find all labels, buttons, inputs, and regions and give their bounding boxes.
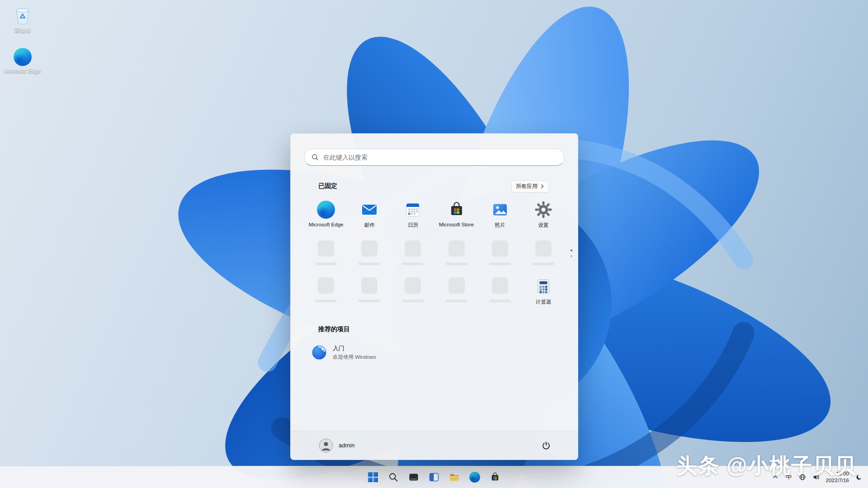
placeholder-label-bar [359, 263, 380, 265]
chevron-right-icon [540, 184, 544, 189]
placeholder-label-bar [446, 263, 467, 265]
edge-icon [14, 48, 32, 66]
power-icon [542, 441, 551, 450]
calculator-icon [534, 277, 552, 296]
toutiao-watermark: 头条 @小桃子贝贝 [676, 452, 856, 480]
pinned-header-label: 已固定 [318, 182, 337, 190]
placeholder-label-bar [359, 300, 380, 302]
placeholder-label-bar [315, 300, 337, 302]
file-explorer-button[interactable] [445, 468, 463, 486]
pinned-app-calendar[interactable]: 日历 [392, 199, 434, 230]
pinned-app-store[interactable]: Microsoft Store [435, 199, 478, 230]
pinned-row-1: Microsoft Edge 邮件 日历 [304, 199, 565, 230]
task-view-icon [408, 472, 419, 483]
pinned-app-placeholder[interactable] [348, 239, 391, 267]
pinned-app-placeholder[interactable] [522, 239, 565, 267]
pinned-app-placeholder[interactable] [348, 276, 391, 307]
recommended-item-getting-started[interactable]: 入门 欢迎使用 Windows [304, 341, 444, 364]
pinned-app-placeholder[interactable] [435, 239, 478, 267]
search-box[interactable] [304, 149, 564, 166]
pinned-app-placeholder[interactable] [305, 239, 347, 267]
widgets-button[interactable] [425, 468, 443, 486]
pinned-app-placeholder[interactable] [435, 276, 478, 307]
recycle-bin-shortcut[interactable]: 回收站 [3, 5, 42, 34]
calendar-icon [404, 201, 422, 219]
moon-icon [855, 474, 863, 481]
search-button[interactable] [384, 468, 402, 486]
pinned-app-edge[interactable]: Microsoft Edge [305, 199, 347, 230]
photos-icon [491, 201, 509, 219]
pinned-row-3: 计算器 [304, 276, 565, 307]
pinned-app-placeholder[interactable] [479, 276, 521, 307]
windows-logo-icon [368, 472, 378, 482]
edge-icon [317, 201, 335, 219]
placeholder-tile [318, 277, 334, 294]
app-label: 设置 [538, 222, 548, 229]
pinned-app-calculator[interactable]: 计算器 [522, 276, 565, 307]
pinned-page-indicator[interactable] [571, 249, 572, 257]
placeholder-label-bar [402, 300, 424, 302]
placeholder-tile [492, 240, 508, 257]
avatar-icon [319, 438, 333, 453]
search-icon [311, 154, 319, 161]
start-button[interactable] [364, 468, 382, 486]
all-apps-label: 所有应用 [516, 183, 538, 190]
placeholder-label-bar [315, 263, 337, 265]
store-button[interactable] [486, 468, 504, 486]
desktop-icon-label: 回收站 [14, 28, 31, 34]
pinned-app-placeholder[interactable] [479, 239, 521, 267]
pinned-app-placeholder[interactable] [392, 276, 434, 307]
task-view-button[interactable] [405, 468, 423, 486]
all-apps-button[interactable]: 所有应用 [511, 180, 549, 192]
search-icon [388, 472, 398, 482]
pinned-section-header: 已固定 所有应用 [318, 181, 564, 192]
start-menu-footer: admin [291, 431, 578, 460]
recommended-item-subtitle: 欢迎使用 Windows [333, 354, 376, 361]
recycle-bin-icon [13, 5, 33, 25]
placeholder-tile [492, 277, 508, 294]
app-label: 照片 [495, 222, 505, 229]
app-label: Microsoft Store [439, 222, 474, 227]
pinned-app-photos[interactable]: 照片 [479, 199, 521, 230]
user-name-label: admin [339, 442, 354, 449]
placeholder-tile [318, 240, 334, 257]
store-icon [448, 201, 466, 219]
settings-gear-icon [534, 201, 552, 219]
placeholder-tile [361, 240, 377, 257]
app-label: 邮件 [364, 222, 375, 229]
power-button[interactable] [537, 436, 555, 455]
folder-icon [449, 472, 460, 483]
placeholder-label-bar [446, 300, 467, 302]
placeholder-tile [405, 240, 421, 257]
placeholder-tile [448, 240, 465, 257]
pinned-app-placeholder[interactable] [305, 276, 347, 307]
placeholder-label-bar [489, 300, 511, 302]
start-menu: 已固定 所有应用 Microsoft Edge 邮件 [290, 133, 578, 460]
mail-icon [360, 201, 378, 219]
desktop-icon-label: Microsoft Edge [5, 68, 41, 75]
pinned-app-placeholder[interactable] [392, 239, 434, 267]
placeholder-tile [405, 277, 421, 294]
placeholder-label-bar [533, 263, 554, 265]
page-dot[interactable] [571, 255, 572, 257]
edge-shortcut[interactable]: Microsoft Edge [3, 48, 42, 75]
recommended-item-title: 入门 [333, 344, 376, 352]
app-label: 日历 [408, 222, 418, 229]
edge-button[interactable] [466, 468, 484, 486]
taskbar-center-icons [364, 468, 504, 486]
pinned-row-2 [304, 239, 565, 267]
recommended-header: 推荐的项目 [318, 325, 350, 333]
widgets-icon [429, 472, 439, 483]
pinned-app-settings[interactable]: 设置 [522, 199, 565, 230]
get-started-icon [311, 345, 327, 360]
placeholder-tile [448, 277, 465, 294]
app-label: 计算器 [536, 299, 552, 305]
store-icon [490, 472, 500, 483]
app-label: Microsoft Edge [309, 222, 344, 227]
pinned-app-mail[interactable]: 邮件 [348, 199, 391, 230]
user-account-button[interactable]: admin [311, 436, 362, 455]
search-input[interactable] [323, 154, 557, 161]
placeholder-tile [361, 277, 377, 294]
edge-icon [469, 472, 480, 483]
page-dot-active[interactable] [571, 249, 572, 251]
